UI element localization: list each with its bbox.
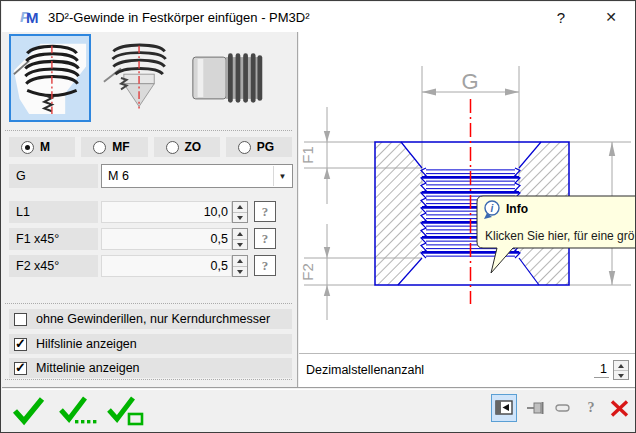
thread-section-drawing: G F1 F2 i Info xyxy=(299,32,636,353)
collapse-panel-button[interactable] xyxy=(491,394,517,422)
decimals-label: Dezimalstellenanzahl xyxy=(306,363,424,377)
internal-blind-thread-icon xyxy=(102,37,178,119)
titlebar-close-button[interactable]: ✕ xyxy=(594,2,628,32)
checkbox-no-thread-grooves[interactable]: ohne Gewinderillen, nur Kerndurchmesser xyxy=(9,309,292,329)
thread-type-internal-blind-button[interactable] xyxy=(99,34,181,122)
radio-icon xyxy=(93,141,106,154)
dim-label-f1: F1 xyxy=(299,146,316,164)
separator-dotted xyxy=(5,303,292,304)
tooltip-title: Info xyxy=(506,202,528,216)
dim-label-g: G xyxy=(461,69,478,94)
param-input-f2[interactable]: 0,5 xyxy=(101,255,232,277)
param-label-l1: L1 xyxy=(9,201,98,223)
spin-up-icon[interactable] xyxy=(237,259,243,263)
radio-icon xyxy=(21,141,34,154)
green-check-box-icon xyxy=(107,394,145,426)
spin-up-icon[interactable] xyxy=(237,232,243,236)
thread-size-dropdown[interactable]: M 6 ▼ xyxy=(101,164,293,188)
spin-down-icon[interactable] xyxy=(618,374,624,378)
svg-text:i: i xyxy=(491,203,494,214)
green-check-dots-icon xyxy=(59,394,97,426)
bottom-bar: ? xyxy=(2,390,636,433)
separator-dotted xyxy=(5,379,292,380)
radio-option-m[interactable]: M xyxy=(9,137,75,157)
separator-dotted xyxy=(5,130,292,131)
tooltip-text: Klicken Sie hier, für eine grö xyxy=(485,229,635,243)
spin-down-icon[interactable] xyxy=(237,243,243,247)
param-f2-help-button[interactable]: ? xyxy=(254,255,276,276)
param-f1-spinner[interactable] xyxy=(232,228,248,250)
decimals-value[interactable]: 1 xyxy=(594,362,609,378)
param-f1-help-button[interactable]: ? xyxy=(254,228,276,249)
thread-standard-group: M MF ZO PG xyxy=(9,137,292,157)
size-label: G xyxy=(9,164,98,188)
thread-type-external-button[interactable] xyxy=(187,34,269,122)
checkbox-checked-icon xyxy=(14,338,27,351)
param-l1-spinner[interactable] xyxy=(232,201,248,223)
dialog-help-button[interactable]: ? xyxy=(581,394,601,422)
param-input-f1[interactable]: 0,5 xyxy=(101,228,232,250)
radio-icon xyxy=(238,141,251,154)
decimals-row: Dezimalstellenanzahl 1 xyxy=(299,353,636,387)
green-check-icon xyxy=(11,394,49,426)
ok-button[interactable] xyxy=(9,392,51,428)
spin-up-icon[interactable] xyxy=(618,364,624,368)
checkbox-show-centerline[interactable]: Mittelinie anzeigen xyxy=(9,358,292,378)
cancel-button[interactable] xyxy=(609,394,629,422)
collapse-panel-icon xyxy=(495,400,513,416)
red-x-icon xyxy=(610,400,629,417)
radio-option-zo[interactable]: ZO xyxy=(154,137,220,157)
pin-dialog-button[interactable] xyxy=(525,394,545,422)
chevron-down-icon[interactable]: ▼ xyxy=(273,166,291,186)
param-label-f2: F2 x45° xyxy=(9,255,98,277)
minimize-icon xyxy=(555,402,571,414)
ok-options-button[interactable] xyxy=(57,392,99,428)
param-input-l1[interactable]: 10,0 xyxy=(101,201,232,223)
pin-icon xyxy=(526,399,545,417)
checkbox-show-auxiliary-line[interactable]: Hilfslinie anzeigen xyxy=(9,334,292,354)
settings-panel: M MF ZO PG G M 6 ▼ L1 10,0 xyxy=(2,32,298,387)
checkbox-checked-icon xyxy=(14,362,27,375)
param-label-f1: F1 x45° xyxy=(9,228,98,250)
radio-option-mf[interactable]: MF xyxy=(81,137,147,157)
app-icon: PM xyxy=(20,8,40,26)
minimize-dialog-button[interactable] xyxy=(553,394,573,422)
radio-icon xyxy=(166,141,179,154)
param-f2-spinner[interactable] xyxy=(232,255,248,277)
preview-drawing-area: G F1 F2 i Info xyxy=(299,32,636,353)
spin-up-icon[interactable] xyxy=(237,205,243,209)
spin-down-icon[interactable] xyxy=(237,270,243,274)
external-thread-icon xyxy=(190,44,266,112)
internal-through-thread-icon xyxy=(12,37,88,119)
dialog-window: PM 3D²-Gewinde in Festkörper einfügen - … xyxy=(0,0,636,433)
title-bar: PM 3D²-Gewinde in Festkörper einfügen - … xyxy=(2,2,636,32)
window-title: 3D²-Gewinde in Festkörper einfügen - PM3… xyxy=(48,10,310,25)
thread-type-internal-through-button[interactable] xyxy=(9,34,91,122)
dim-label-f2: F2 xyxy=(299,263,316,281)
ok-preview-button[interactable] xyxy=(105,392,147,428)
confirm-buttons xyxy=(9,392,147,428)
spin-down-icon[interactable] xyxy=(237,216,243,220)
titlebar-help-button[interactable]: ? xyxy=(544,2,578,32)
panel-control-buttons: ? xyxy=(491,393,629,423)
param-l1-help-button[interactable]: ? xyxy=(254,201,276,222)
dropdown-value: M 6 xyxy=(108,165,129,187)
decimals-spinner[interactable] xyxy=(613,360,629,380)
radio-option-pg[interactable]: PG xyxy=(226,137,292,157)
checkbox-icon xyxy=(14,313,27,326)
